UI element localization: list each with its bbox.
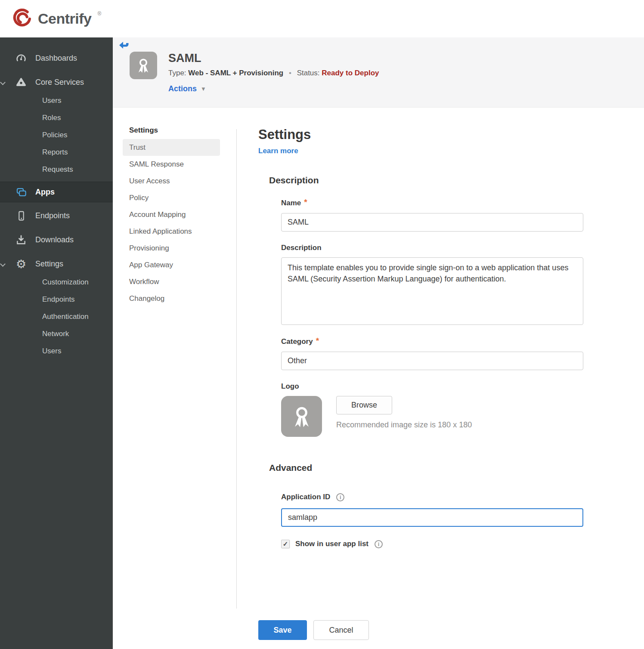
show-in-app-list-checkbox[interactable]: ✓ (281, 540, 290, 548)
browse-button[interactable]: Browse (336, 396, 392, 414)
app-subnav: Settings Trust SAML Response User Access… (123, 126, 220, 307)
settings-panel: Settings Learn more Description Name * D… (258, 127, 584, 548)
sidebar-item-label: Downloads (35, 235, 74, 244)
actions-label: Actions (168, 84, 197, 93)
gear-icon: ⚙ (15, 258, 28, 270)
required-asterisk: * (304, 198, 307, 207)
status-badge: Ready to Deploy (322, 69, 379, 77)
application-id-label: Application ID (281, 493, 330, 501)
sidebar-item-reports[interactable]: Reports (0, 144, 113, 161)
sidebar-item-policies[interactable]: Policies (0, 127, 113, 144)
subnav-item-account-mapping[interactable]: Account Mapping (123, 206, 220, 223)
sidebar-item-users[interactable]: Users (0, 92, 113, 109)
subnav-title: Settings (123, 126, 220, 135)
sidebar-item-network[interactable]: Network (0, 325, 113, 343)
description-field[interactable]: This template enables you to provide sin… (281, 257, 583, 325)
subnav-item-label: User Access (129, 177, 170, 185)
subnav-item-provisioning[interactable]: Provisioning (123, 240, 220, 257)
core-services-icon (15, 77, 28, 88)
brand-name: Centrify (38, 10, 91, 27)
required-asterisk: * (316, 336, 319, 346)
subnav-item-policy[interactable]: Policy (123, 189, 220, 206)
app-title: SAML (168, 52, 379, 65)
sidebar-subitem-label: Users (42, 96, 61, 105)
info-icon[interactable]: i (336, 493, 344, 501)
sidebar-subitem-label: Authentication (42, 312, 89, 321)
subnav-item-user-access[interactable]: User Access (123, 173, 220, 189)
sidebar-item-settings-endpoints[interactable]: Endpoints (0, 291, 113, 308)
name-label: Name (281, 199, 301, 207)
sidebar-subitem-label: Reports (42, 148, 68, 157)
save-button[interactable]: Save (258, 620, 307, 640)
category-label-row: Category * (281, 337, 584, 346)
subnav-item-label: Account Mapping (129, 210, 186, 219)
sidebar-item-roles[interactable]: Roles (0, 109, 113, 127)
name-field[interactable] (281, 213, 583, 232)
sidebar-item-authentication[interactable]: Authentication (0, 308, 113, 325)
phone-icon (15, 210, 28, 221)
sidebar-subitem-label: Policies (42, 131, 68, 139)
info-icon[interactable]: i (375, 540, 383, 548)
sidebar-item-settings-users[interactable]: Users (0, 343, 113, 360)
description-section-heading: Description (269, 175, 584, 185)
download-icon (15, 234, 28, 245)
subnav-item-label: Policy (129, 194, 149, 202)
subnav-item-label: Changelog (129, 294, 164, 303)
learn-more-link[interactable]: Learn more (258, 147, 298, 155)
dot-separator: • (289, 69, 291, 77)
page-title: Settings (258, 127, 584, 142)
vertical-divider (236, 129, 237, 609)
sidebar-item-label: Endpoints (35, 211, 70, 220)
checkbox-check-icon: ✓ (283, 540, 288, 548)
show-in-app-list-label: Show in user app list (295, 540, 368, 548)
sidebar-item-settings[interactable]: ⚙ Settings (0, 254, 113, 274)
sidebar-subitem-label: Customization (42, 278, 89, 287)
subnav-item-label: App Gateway (129, 261, 173, 269)
application-id-field[interactable] (281, 508, 583, 527)
status-label: Status: (297, 69, 320, 77)
brand-logo: Centrify ® (13, 8, 100, 30)
form-buttons: Save Cancel (258, 620, 369, 640)
brand-trademark: ® (97, 11, 101, 17)
subnav-item-saml-response[interactable]: SAML Response (123, 156, 220, 173)
sidebar-item-label: Dashboards (35, 54, 77, 63)
actions-dropdown[interactable]: Actions ▼ (168, 84, 379, 93)
sidebar-item-dashboards[interactable]: Dashboards (0, 48, 113, 68)
subnav-item-label: SAML Response (129, 160, 184, 168)
cancel-button[interactable]: Cancel (313, 620, 369, 640)
sidebar-item-endpoints[interactable]: Endpoints (0, 206, 113, 226)
sidebar-item-apps[interactable]: Apps (0, 182, 113, 202)
sidebar-subitem-label: Network (42, 330, 69, 338)
app-ribbon-icon (130, 52, 157, 79)
sidebar-subitem-label: Users (42, 347, 61, 355)
sidebar-subitem-label: Roles (42, 114, 61, 122)
sidebar-item-label: Apps (35, 188, 55, 197)
sidebar-subitem-label: Endpoints (42, 295, 75, 304)
sidebar-item-customization[interactable]: Customization (0, 274, 113, 291)
type-value: Web - SAML + Provisioning (188, 69, 283, 77)
type-label: Type: (168, 69, 186, 77)
sidebar: Dashboards Core Services Users Roles Pol… (0, 37, 113, 649)
sidebar-subitem-label: Requests (42, 165, 73, 174)
sidebar-item-downloads[interactable]: Downloads (0, 230, 113, 250)
sidebar-item-requests[interactable]: Requests (0, 161, 113, 178)
app-header-band: SAML Type: Web - SAML + Provisioning • S… (113, 37, 644, 108)
sidebar-item-core-services[interactable]: Core Services (0, 72, 113, 92)
subnav-item-linked-applications[interactable]: Linked Applications (123, 223, 220, 240)
chevron-down-icon (0, 261, 6, 267)
apps-icon (15, 186, 28, 198)
category-field[interactable] (281, 352, 583, 370)
show-in-user-app-list-row: ✓ Show in user app list i (281, 540, 584, 548)
app-type-status-row: Type: Web - SAML + Provisioning • Status… (168, 69, 379, 77)
back-arrow-icon[interactable] (119, 41, 129, 50)
subnav-item-label: Workflow (129, 278, 159, 286)
sidebar-item-label: Core Services (35, 78, 84, 87)
subnav-item-app-gateway[interactable]: App Gateway (123, 257, 220, 273)
subnav-item-changelog[interactable]: Changelog (123, 290, 220, 307)
subnav-item-label: Provisioning (129, 244, 169, 252)
sidebar-item-label: Settings (35, 260, 63, 269)
subnav-item-trust[interactable]: Trust (123, 139, 220, 156)
subnav-item-label: Trust (129, 143, 146, 151)
subnav-item-workflow[interactable]: Workflow (123, 273, 220, 290)
gauge-icon (15, 53, 28, 64)
